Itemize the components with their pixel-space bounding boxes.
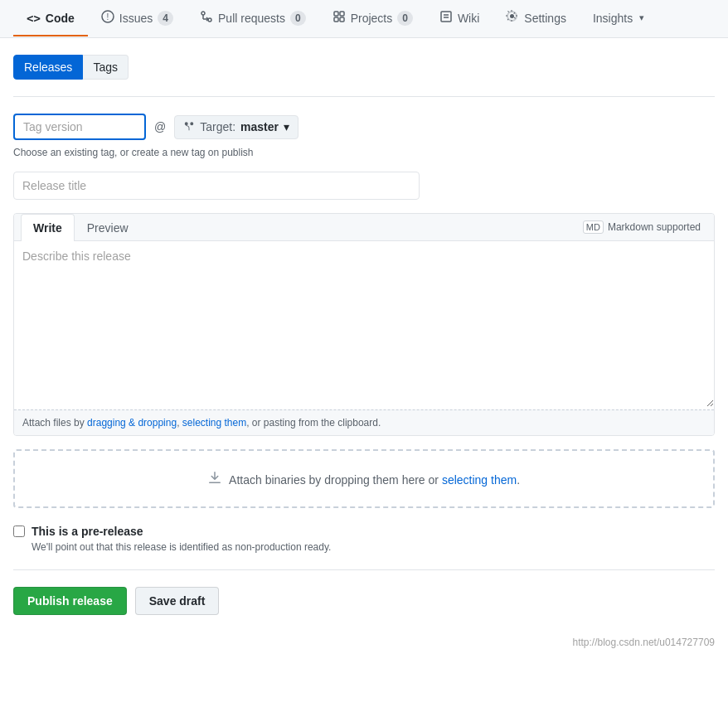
issues-badge: 4 — [158, 11, 173, 26]
nav-insights[interactable]: Insights ▾ — [580, 2, 658, 36]
write-tab[interactable]: Write — [21, 214, 75, 241]
pull-requests-icon — [200, 10, 213, 26]
svg-rect-6 — [334, 12, 338, 16]
target-branch-name: master — [240, 120, 279, 133]
nav-pr-label: Pull requests — [218, 12, 285, 25]
tag-row: @ Target: master ▾ — [13, 114, 715, 140]
action-buttons: Publish release Save draft — [13, 587, 715, 615]
binaries-text-1: Attach binaries by dropping them here or — [229, 473, 442, 487]
markdown-icon: MD — [583, 220, 604, 234]
settings-icon — [506, 10, 519, 26]
section-divider — [13, 96, 715, 97]
publish-release-button[interactable]: Publish release — [13, 587, 127, 615]
tag-version-input[interactable] — [13, 114, 146, 140]
prerelease-hint-text: We'll point out that this release is ide… — [32, 541, 331, 553]
download-icon — [208, 471, 221, 487]
pr-badge: 0 — [290, 11, 306, 26]
svg-point-13 — [510, 14, 514, 18]
save-draft-button[interactable]: Save draft — [135, 587, 220, 615]
prerelease-hint: We'll point out that this release is ide… — [32, 541, 715, 553]
svg-text:!: ! — [106, 12, 109, 22]
action-divider — [13, 569, 715, 570]
nav-pull-requests[interactable]: Pull requests 0 — [187, 0, 319, 37]
release-title-input[interactable] — [13, 172, 420, 200]
nav-projects[interactable]: Projects 0 — [319, 0, 426, 37]
code-icon: <> — [27, 12, 41, 25]
prerelease-label[interactable]: This is a pre-release — [13, 525, 715, 538]
projects-icon — [332, 10, 346, 26]
target-branch-button[interactable]: Target: master ▾ — [174, 115, 298, 139]
wiki-icon — [439, 10, 453, 26]
svg-rect-8 — [334, 17, 338, 22]
editor-tab-group: Write Preview — [21, 214, 141, 240]
attach-dragging-link[interactable]: dragging & dropping — [87, 417, 177, 429]
tag-hint: Choose an existing tag, or create a new … — [13, 147, 715, 158]
svg-rect-9 — [340, 17, 344, 22]
attach-selecting-link[interactable]: selecting them — [182, 417, 246, 429]
binaries-text-2: . — [517, 473, 520, 487]
nav-code[interactable]: <> Code — [13, 2, 88, 36]
editor-tabs: Write Preview MD Markdown supported — [14, 214, 714, 241]
releases-tab[interactable]: Releases — [13, 55, 83, 80]
editor-section: Write Preview MD Markdown supported Atta… — [13, 213, 715, 436]
target-label-text: Target: — [200, 120, 235, 133]
release-description-textarea[interactable] — [14, 241, 714, 407]
projects-badge: 0 — [397, 11, 413, 26]
attach-text-2: , — [177, 417, 182, 429]
watermark: http://blog.csdn.net/u014727709 — [13, 628, 715, 656]
tags-tab[interactable]: Tags — [83, 55, 129, 80]
nav-settings-label: Settings — [524, 12, 566, 25]
target-dropdown-icon: ▾ — [284, 120, 289, 133]
page-content: Releases Tags @ Target: master ▾ Choose … — [0, 38, 728, 673]
attach-files-bar: Attach files by dragging & dropping, sel… — [14, 409, 714, 435]
prerelease-section: This is a pre-release We'll point out th… — [13, 525, 715, 553]
issues-icon: ! — [101, 10, 114, 26]
repo-nav: <> Code ! Issues 4 Pull requests 0 Proje… — [0, 0, 728, 38]
nav-wiki[interactable]: Wiki — [426, 0, 493, 37]
svg-rect-10 — [441, 12, 451, 22]
insights-dropdown-icon: ▾ — [639, 12, 644, 23]
binaries-section[interactable]: Attach binaries by dropping them here or… — [13, 449, 715, 508]
markdown-hint: MD Markdown supported — [576, 220, 707, 234]
svg-rect-7 — [340, 12, 344, 16]
at-sign: @ — [154, 120, 166, 133]
sub-nav: Releases Tags — [13, 55, 715, 80]
nav-projects-label: Projects — [351, 12, 393, 25]
prerelease-label-text: This is a pre-release — [32, 525, 143, 538]
nav-settings[interactable]: Settings — [493, 0, 580, 37]
nav-insights-label: Insights — [593, 12, 633, 25]
nav-code-label: Code — [46, 12, 75, 25]
prerelease-checkbox[interactable] — [13, 526, 25, 537]
nav-issues-label: Issues — [119, 12, 153, 25]
nav-issues[interactable]: ! Issues 4 — [88, 0, 187, 37]
binaries-selecting-link[interactable]: selecting them — [442, 473, 517, 487]
attach-text-1: Attach files by — [22, 417, 87, 429]
branch-icon — [183, 120, 195, 134]
preview-tab[interactable]: Preview — [75, 214, 141, 241]
attach-text-3: , or pasting from the clipboard. — [246, 417, 381, 429]
markdown-label: Markdown supported — [608, 221, 701, 233]
nav-wiki-label: Wiki — [458, 12, 479, 25]
svg-point-2 — [201, 12, 205, 15]
